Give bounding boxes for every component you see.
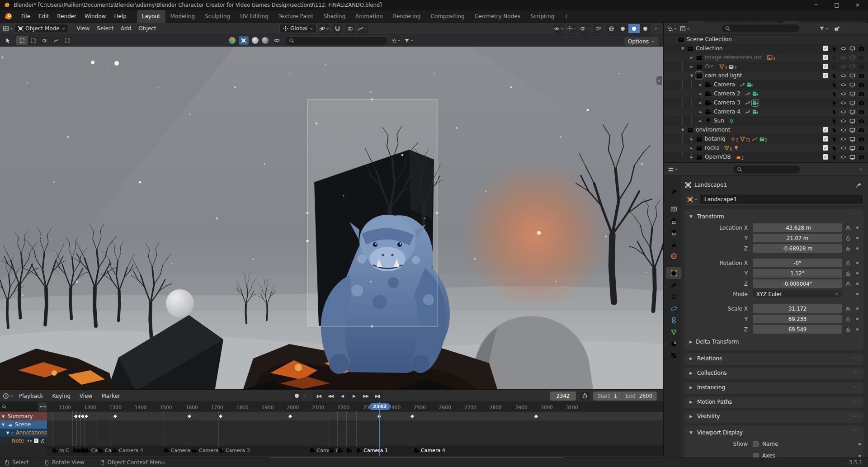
datablock-name[interactable]: image references orc [705,54,762,61]
animate-dot[interactable] [854,272,860,274]
hide-eye-icon[interactable] [840,64,846,70]
outliner-row[interactable]: ► botaniq 2722 ✓ [664,134,868,143]
hide-eye-icon[interactable] [840,127,846,133]
expand-toggle[interactable]: ► [688,137,696,141]
datablock-name[interactable]: Camera [714,81,735,88]
datablock-name[interactable]: Orc [705,63,714,70]
disable-render-icon[interactable] [859,154,864,160]
proportional-falloff-button[interactable] [358,24,368,33]
transform-value-field[interactable]: -43.628 m [753,223,842,232]
shading-material-button[interactable] [628,24,640,33]
keying-set-chevron[interactable] [303,394,307,398]
selectable-icon[interactable] [831,109,837,115]
asset-orb-icon[interactable] [229,37,236,44]
blender-menu-icon[interactable] [4,12,13,21]
outliner-row[interactable]: ► Camera 4 ✓ [664,107,868,116]
selectable-icon[interactable] [831,154,837,160]
tool-icon[interactable] [3,36,13,45]
selectable-icon[interactable] [831,136,837,142]
minimize-button[interactable]: ─ [806,0,826,10]
lock-icon[interactable] [842,246,854,251]
select-lasso-button[interactable] [50,36,61,45]
channel-search-input[interactable] [0,402,38,411]
selectable-icon[interactable] [831,100,837,106]
select-box-button[interactable] [28,36,39,45]
camera-marker[interactable]: Camera 4 [112,448,143,453]
disable-render-icon[interactable] [859,55,864,61]
disable-render-icon[interactable] [859,91,864,97]
properties-tab[interactable] [666,302,681,314]
selectable-icon[interactable] [831,118,837,124]
exclude-checkbox[interactable]: ✓ [823,55,828,60]
expand-toggle[interactable]: ► [688,65,696,69]
datablock-name[interactable]: environment [696,127,730,133]
outliner-editor-type-button[interactable] [667,24,677,33]
sidebar-expand-arrow[interactable]: ‹ [656,76,662,85]
camera-marker[interactable]: Camera 1 [356,448,388,453]
datablock-name[interactable]: cam and light [705,72,742,79]
workspace-tab[interactable]: Compositing [425,10,469,23]
lock-icon[interactable] [842,271,854,276]
rotation-mode-dropdown[interactable]: XYZ Euler [753,290,842,298]
outliner-row[interactable]: ► Camera 2 ✓ [664,89,868,98]
selectable-icon[interactable] [831,46,837,52]
lock-icon[interactable] [842,306,854,311]
animate-dot[interactable] [854,226,860,229]
hide-eye-icon[interactable] [840,136,846,142]
sphere-toggle-a[interactable] [252,37,259,44]
new-collection-button[interactable] [832,24,842,33]
viewport-menu[interactable]: Add [117,24,135,33]
exclude-checkbox[interactable]: ✓ [823,145,828,151]
outliner-display-mode-button[interactable] [680,24,690,33]
outliner-filter-button[interactable] [819,24,829,33]
camera-marker[interactable] [346,448,354,453]
datablock-name[interactable]: Camera 4 [714,108,741,115]
gizmos-button[interactable] [567,24,577,33]
outliner-search-input[interactable] [721,24,800,33]
hide-eye-icon[interactable] [840,82,846,88]
outliner-row[interactable]: ▼ environment ✓ [664,125,868,134]
current-frame-field[interactable]: 2342 [550,392,576,401]
animate-dot[interactable] [854,237,860,239]
channel-annotations[interactable]: ▼Annotations [0,429,47,437]
menu-item[interactable]: Edit [34,11,53,21]
animate-dot[interactable] [854,328,860,330]
lock-icon[interactable] [842,327,854,332]
disable-viewport-icon[interactable] [849,82,855,88]
menu-item[interactable]: File [17,11,34,21]
shading-solid-button[interactable] [617,24,628,33]
panel-grip[interactable]: ∷∷ [853,428,859,433]
timeline-menu[interactable]: Playback [15,392,47,401]
note-checkbox[interactable]: ✓ [34,439,38,443]
lock-icon[interactable] [842,260,854,266]
properties-tab[interactable] [666,226,681,238]
outliner-row[interactable]: ► Camera ✓ [664,80,868,89]
transform-value-field[interactable]: 69.549 [753,325,842,334]
properties-tab[interactable] [666,267,681,279]
disable-viewport-icon[interactable] [849,73,855,79]
disable-render-icon[interactable] [859,82,864,88]
expand-toggle[interactable]: ▼ [688,74,696,78]
sphere-toggle-b[interactable] [262,37,269,44]
transform-value-field[interactable]: -0.000004° [753,279,842,288]
use-preview-range-button[interactable] [580,392,590,401]
proportional-edit-toggle[interactable] [345,24,355,33]
select-circle-button[interactable] [39,36,50,45]
camera-marker[interactable]: Camera 3 [164,448,195,453]
animate-dot[interactable] [854,247,860,250]
note-lock-icon[interactable] [40,439,45,443]
selectable-icon[interactable] [831,82,837,88]
filter-funnel-button[interactable] [404,36,414,45]
workspace-tab[interactable]: Layout [137,10,165,23]
hide-eye-icon[interactable] [840,145,846,151]
lock-icon[interactable] [842,236,854,241]
timeline-tracks[interactable]: 1100120013001400150016001700180019002000… [47,402,663,458]
selectable-icon[interactable] [831,64,837,70]
disable-render-icon[interactable] [859,64,864,70]
timeline-editor-type-button[interactable] [3,392,14,401]
outliner-row[interactable]: ► Sun ✓ [664,116,868,125]
datablock-name[interactable]: Scene Collection [687,36,732,42]
end-frame-field[interactable]: End2600 [622,392,657,401]
collapsed-panel[interactable]: ▶Motion Paths∷∷ [685,396,863,408]
disable-viewport-icon[interactable] [849,136,855,142]
